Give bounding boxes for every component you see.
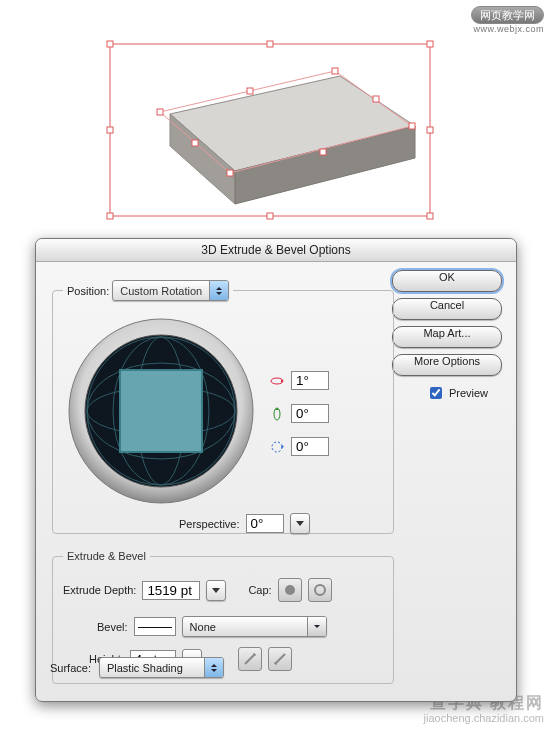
- svg-rect-5: [267, 41, 273, 47]
- ok-button[interactable]: OK: [392, 270, 502, 292]
- bevel-popup[interactable]: None: [182, 616, 327, 637]
- svg-rect-19: [192, 140, 198, 146]
- more-options-button[interactable]: More Options: [392, 354, 502, 376]
- svg-rect-6: [427, 41, 433, 47]
- svg-rect-16: [227, 170, 233, 176]
- axis-y-icon: [269, 406, 285, 422]
- preview-label: Preview: [449, 387, 488, 399]
- svg-rect-15: [409, 123, 415, 129]
- rotation-preview[interactable]: [65, 315, 257, 507]
- dialog-3d-extrude-bevel: 3D Extrude & Bevel Options OK Cancel Map…: [35, 238, 517, 702]
- updown-icon: [209, 281, 228, 300]
- dialog-title: 3D Extrude & Bevel Options: [36, 239, 516, 262]
- bevel-extent-in-button[interactable]: [238, 647, 262, 671]
- axis-z-icon: [269, 439, 285, 455]
- svg-point-33: [315, 585, 325, 595]
- extrude-depth-field[interactable]: [142, 581, 200, 600]
- cap-label: Cap:: [248, 584, 271, 596]
- svg-rect-13: [157, 109, 163, 115]
- chevron-down-icon: [307, 617, 326, 636]
- svg-rect-17: [247, 88, 253, 94]
- perspective-step-button[interactable]: [290, 513, 310, 534]
- position-group: Position: Custom Rotation: [52, 280, 394, 534]
- svg-rect-10: [107, 127, 113, 133]
- position-value: Custom Rotation: [113, 285, 209, 297]
- svg-rect-14: [332, 68, 338, 74]
- svg-rect-18: [373, 96, 379, 102]
- svg-rect-11: [427, 127, 433, 133]
- position-popup[interactable]: Custom Rotation: [112, 280, 229, 301]
- bevel-label: Bevel:: [97, 621, 128, 633]
- map-art-button[interactable]: Map Art...: [392, 326, 502, 348]
- svg-rect-9: [427, 213, 433, 219]
- svg-point-31: [272, 442, 282, 452]
- surface-value: Plastic Shading: [100, 662, 204, 674]
- bevel-value: None: [183, 621, 307, 633]
- dialog-right-column: OK Cancel Map Art... More Options Previe…: [392, 270, 502, 402]
- updown-icon: [204, 658, 223, 677]
- svg-rect-8: [267, 213, 273, 219]
- rotation-inputs: [269, 371, 329, 456]
- watermark-top-url: www.webjx.com: [471, 25, 544, 35]
- axis-x-icon: [269, 373, 285, 389]
- rotate-z-field[interactable]: [291, 437, 329, 456]
- watermark-top-text: 网页教学网: [471, 6, 544, 24]
- cap-on-button[interactable]: [278, 578, 302, 602]
- watermark-bottom-url: jiaocheng.chazidian.com: [424, 712, 544, 724]
- svg-rect-20: [320, 149, 326, 155]
- perspective-label: Perspective:: [179, 518, 240, 530]
- svg-rect-4: [107, 41, 113, 47]
- watermark-top: 网页教学网 www.webjx.com: [471, 6, 544, 35]
- surface-popup[interactable]: Plastic Shading: [99, 657, 224, 678]
- position-label: Position:: [67, 285, 109, 297]
- cap-off-button[interactable]: [308, 578, 332, 602]
- svg-point-32: [285, 585, 295, 595]
- bevel-extent-out-button[interactable]: [268, 647, 292, 671]
- svg-rect-7: [107, 213, 113, 219]
- rotate-x-field[interactable]: [291, 371, 329, 390]
- cancel-button[interactable]: Cancel: [392, 298, 502, 320]
- extrude-bevel-legend: Extrude & Bevel: [63, 550, 150, 562]
- extrude-depth-step-button[interactable]: [206, 580, 226, 601]
- preview-checkbox[interactable]: [430, 387, 442, 399]
- extrude-depth-label: Extrude Depth:: [63, 584, 136, 596]
- bevel-swatch-icon: [134, 617, 176, 636]
- artboard-3d-object: [80, 36, 460, 226]
- rotate-y-field[interactable]: [291, 404, 329, 423]
- perspective-field[interactable]: [246, 514, 284, 533]
- surface-label: Surface:: [50, 662, 91, 674]
- svg-rect-28: [120, 370, 202, 452]
